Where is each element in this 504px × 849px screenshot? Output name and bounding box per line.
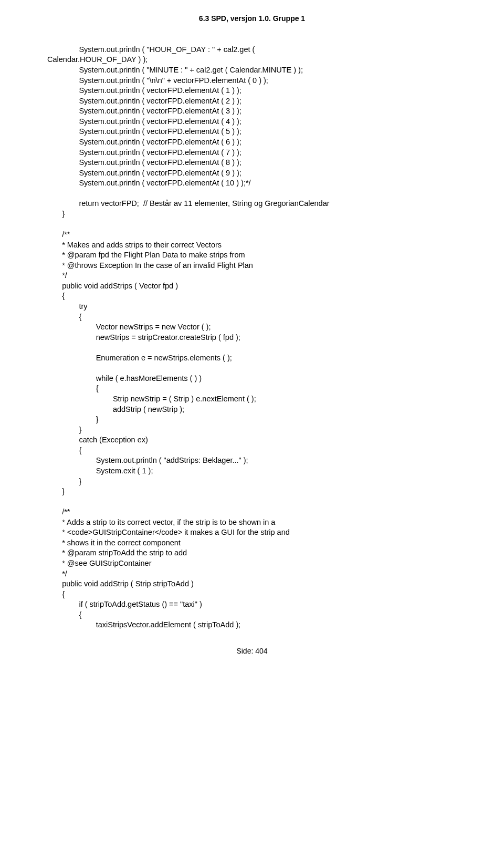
page-footer: Side: 404 [47,646,457,656]
page-header: 6.3 SPD, versjon 1.0. Gruppe 1 [47,14,457,24]
document-page: 6.3 SPD, versjon 1.0. Gruppe 1 System.ou… [0,0,504,849]
code-block: System.out.println ( "HOUR_OF_DAY : " + … [47,45,457,630]
